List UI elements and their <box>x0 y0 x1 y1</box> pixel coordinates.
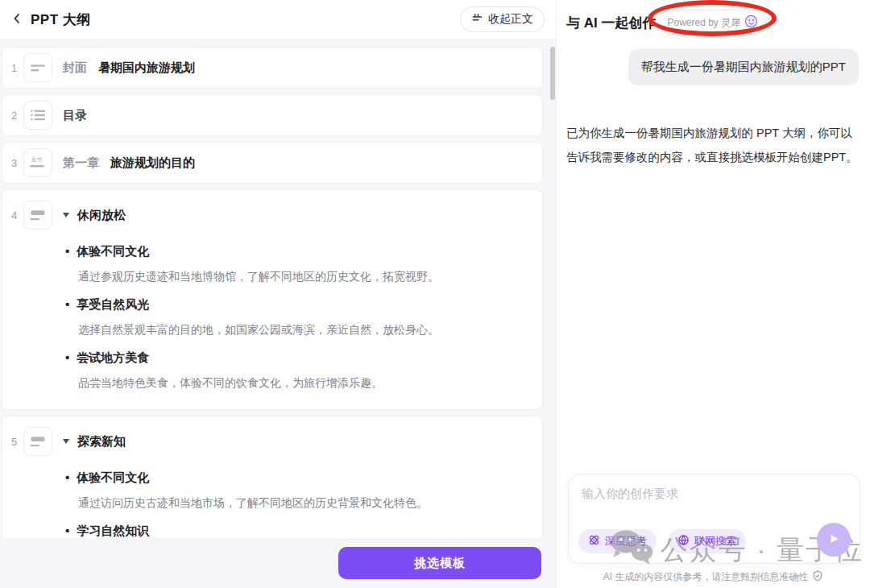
caret-down-icon[interactable] <box>63 439 69 444</box>
bullet-dot: • <box>65 350 69 366</box>
bullet-dot: • <box>65 523 69 538</box>
bullet-dot: • <box>65 470 69 486</box>
item-title: 探索新知 <box>77 434 126 449</box>
chapter-slide-icon: 章节 <box>23 148 52 177</box>
bullet-item: •尝试地方美食 <box>65 350 532 366</box>
item-number: 2 <box>9 110 22 122</box>
globe-icon <box>677 534 690 549</box>
collapse-body-label: 收起正文 <box>488 12 533 27</box>
outline-panel: PPT 大纲 收起正文 1 封面 暑期国内旅游规划 2 <box>0 0 556 588</box>
page-title: PPT 大纲 <box>31 10 91 29</box>
powered-by-badge: Powered by 灵犀 <box>659 10 766 35</box>
chat-title: 与 AI 一起创作 <box>566 14 656 32</box>
collapse-lines-icon <box>471 12 483 27</box>
item-header: 5 探索新知 <box>9 427 532 456</box>
deep-think-label: 深度思考 <box>605 534 647 549</box>
item-number: 1 <box>9 62 22 74</box>
composer-options: 深度思考 联网搜索 <box>578 529 746 553</box>
bullet-list: •体验不同文化 通过参观历史遗迹和当地博物馆，了解不同地区的历史文化，拓宽视野。… <box>65 243 532 391</box>
bullet-title: 学习自然知识 <box>77 523 149 538</box>
content-slide-icon <box>23 427 52 456</box>
web-search-label: 联网搜索 <box>694 534 736 549</box>
outline-item-explore[interactable]: 5 探索新知 •体验不同文化 通过访问历史古迹和当地市场，了解不同地区的历史背景… <box>2 416 543 538</box>
bullet-item: •体验不同文化 <box>65 243 532 259</box>
shield-check-icon <box>812 570 823 584</box>
bullet-dot: • <box>65 296 69 313</box>
svg-text:章节: 章节 <box>31 157 43 164</box>
bullet-title: 体验不同文化 <box>77 470 149 486</box>
outline-item-cover[interactable]: 1 封面 暑期国内旅游规划 <box>2 47 543 89</box>
content-slide-icon <box>23 201 52 230</box>
outline-item-chapter[interactable]: 3 章节 第一章 旅游规划的目的 <box>2 142 543 184</box>
ai-message: 已为你生成一份暑期国内旅游规划的 PPT 大纲，你可以告诉我需要修改的内容，或直… <box>566 121 859 169</box>
item-header: 4 休闲放松 <box>9 201 532 230</box>
item-number: 3 <box>9 157 22 169</box>
bullet-dot: • <box>65 243 69 259</box>
item-type-label: 第一章 <box>63 155 99 171</box>
outline-item-toc[interactable]: 2 目录 <box>2 94 543 136</box>
item-title: 暑期国内旅游规划 <box>98 60 195 76</box>
user-message-bubble: 帮我生成一份暑期国内旅游规划的PPT <box>628 49 859 85</box>
atom-icon <box>588 534 600 549</box>
item-title: 目录 <box>63 108 87 123</box>
bullet-desc: 品尝当地特色美食，体验不同的饮食文化，为旅行增添乐趣。 <box>78 375 532 391</box>
pick-template-button[interactable]: 挑选模板 <box>338 547 541 579</box>
bullet-title: 体验不同文化 <box>77 243 149 259</box>
disclaimer: AI 生成的内容仅供参考，请注意甄别信息准确性 <box>557 570 870 584</box>
cover-slide-icon <box>23 53 52 82</box>
back-button[interactable] <box>8 10 26 28</box>
bullet-desc: 选择自然景观丰富的目的地，如国家公园或海滨，亲近自然，放松身心。 <box>78 321 532 337</box>
lingxi-smiley-logo-icon <box>744 14 758 31</box>
outline-header: PPT 大纲 收起正文 <box>0 0 556 39</box>
chat-header: 与 AI 一起创作 Powered by 灵犀 <box>557 0 870 35</box>
item-title: 旅游规划的目的 <box>110 155 195 171</box>
collapse-body-button[interactable]: 收起正文 <box>460 6 545 32</box>
scrollbar-thumb[interactable] <box>550 47 555 100</box>
bullet-desc: 通过访问历史古迹和当地市场，了解不同地区的历史背景和文化特色。 <box>78 495 532 511</box>
composer-card: 深度思考 联网搜索 <box>568 474 860 564</box>
item-title: 休闲放松 <box>77 208 126 223</box>
bullet-desc: 通过参观历史遗迹和当地博物馆，了解不同地区的历史文化，拓宽视野。 <box>78 268 532 284</box>
item-number: 5 <box>9 436 22 448</box>
disclaimer-text: AI 生成的内容仅供参考，请注意甄别信息准确性 <box>603 570 809 584</box>
web-search-toggle[interactable]: 联网搜索 <box>668 529 746 553</box>
caret-down-icon[interactable] <box>63 213 69 217</box>
item-number: 4 <box>9 209 22 222</box>
send-button[interactable] <box>817 523 851 557</box>
chevron-left-icon <box>10 12 23 27</box>
item-type-label: 封面 <box>63 60 87 76</box>
bullet-item: •享受自然风光 <box>65 296 532 313</box>
ai-chat-panel: 与 AI 一起创作 Powered by 灵犀 帮我生成一份暑期国内旅游规划的P… <box>556 0 870 588</box>
prompt-input[interactable] <box>582 487 848 520</box>
bullet-title: 享受自然风光 <box>77 296 149 313</box>
bullet-list: •体验不同文化 通过访问历史古迹和当地市场，了解不同地区的历史背景和文化特色。 … <box>65 470 532 538</box>
chat-messages: 帮我生成一份暑期国内旅游规划的PPT 已为你生成一份暑期国内旅游规划的 PPT … <box>557 49 870 169</box>
app-window: PPT 大纲 收起正文 1 封面 暑期国内旅游规划 2 <box>0 0 870 588</box>
outline-footer: 挑选模板 <box>0 538 556 588</box>
bullet-item: •体验不同文化 <box>65 470 532 486</box>
powered-by-label: Powered by 灵犀 <box>667 16 740 30</box>
deep-think-toggle[interactable]: 深度思考 <box>578 529 657 553</box>
outline-list: 1 封面 暑期国内旅游规划 2 目录 3 章节 <box>0 39 556 538</box>
toc-list-icon <box>23 101 52 130</box>
bullet-item: •学习自然知识 <box>65 523 532 538</box>
outline-item-leisure[interactable]: 4 休闲放松 •体验不同文化 通过参观历史遗迹和当地博物馆，了解不同地区的历史文… <box>2 189 543 410</box>
send-icon <box>826 532 841 549</box>
bullet-title: 尝试地方美食 <box>77 350 149 366</box>
